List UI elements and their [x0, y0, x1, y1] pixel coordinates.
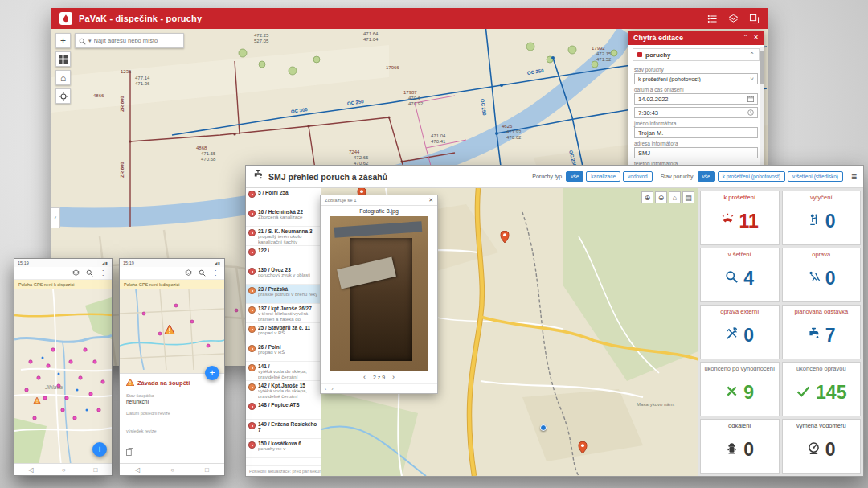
- fault-list-item[interactable]: 23 / Pražskáprasklé potrubí v břehu řeky: [246, 285, 321, 304]
- home-button[interactable]: ○: [170, 466, 174, 474]
- template-icon: [637, 52, 642, 57]
- back-button[interactable]: ◁: [135, 466, 140, 474]
- fault-pin-marker[interactable]: [501, 231, 510, 246]
- informer-address-field[interactable]: [634, 147, 758, 158]
- section-poruchy[interactable]: poruchy ⌃: [633, 48, 760, 61]
- mobile-map[interactable]: Jihlava +: [14, 289, 112, 463]
- close-icon[interactable]: ✕: [428, 197, 433, 203]
- search-caret-icon[interactable]: ▾: [88, 38, 92, 44]
- close-icon[interactable]: ✕: [753, 35, 759, 41]
- fault-list-item[interactable]: 141 /vytéká voda do sklepa, pravidelné č…: [246, 362, 321, 381]
- add-fab-button[interactable]: +: [205, 366, 219, 380]
- home-button[interactable]: ○: [62, 466, 66, 474]
- status-filter-button[interactable]: vše: [698, 171, 715, 182]
- fault-list-item[interactable]: 130 / Úvoz 23poruchový zvuk v oblasti: [246, 265, 321, 285]
- layers-icon[interactable]: [185, 269, 192, 277]
- fault-list-item[interactable]: 150 / kosářkova 6poruchy ne v: [246, 439, 321, 458]
- clock-icon[interactable]: [747, 109, 754, 116]
- overflow-menu-icon[interactable]: ⋮: [212, 269, 219, 277]
- fault-dot-marker[interactable]: [540, 424, 547, 431]
- warning-triangle-marker[interactable]: [34, 392, 41, 407]
- zoom-in-button[interactable]: +: [55, 33, 71, 48]
- fault-id: 16 / Helenínská 22: [258, 209, 303, 215]
- fault-pin-marker[interactable]: [579, 441, 588, 457]
- copy-icon[interactable]: [126, 445, 133, 459]
- fault-desc: propad v RŠ: [258, 330, 285, 335]
- fault-list-item[interactable]: 137 / kpt.Jaroše 26/27v těsné blízkosti …: [246, 304, 321, 323]
- stat-card: vytyčení0: [782, 191, 862, 245]
- survey-icon: [807, 213, 821, 230]
- map-layers-button[interactable]: ▤: [682, 191, 694, 203]
- fault-id: 130 / Úvoz 23: [258, 267, 310, 273]
- menu-icon[interactable]: ≡: [851, 171, 857, 182]
- fault-list-item[interactable]: 26 / Polnípropad v RŠ: [246, 342, 321, 362]
- stat-value: 0: [743, 441, 754, 459]
- dashboard-filters: Poruchy typ všekanalizacevodovod Stav po…: [526, 171, 857, 182]
- fault-list-item[interactable]: 148 / Popice ATS: [246, 400, 321, 420]
- type-filter-button[interactable]: vše: [566, 171, 583, 182]
- field-value: [126, 434, 218, 441]
- informer-name-input[interactable]: [638, 129, 754, 137]
- map-zoom-in-button[interactable]: ⊕: [641, 191, 653, 203]
- home-button[interactable]: ⌂: [55, 70, 71, 85]
- layers-icon[interactable]: [72, 269, 80, 277]
- smart-editor-form: stav poruchy k prošetření (pohotovost) ˅…: [628, 63, 764, 169]
- calendar-icon[interactable]: [747, 96, 754, 102]
- mobile-map[interactable]: [120, 289, 224, 373]
- recents-button[interactable]: □: [205, 466, 209, 474]
- stat-row: 0: [807, 430, 836, 470]
- panel-collapse-arrow[interactable]: ‹: [51, 207, 60, 228]
- date-field[interactable]: [634, 93, 758, 105]
- stat-value: 0: [825, 212, 836, 231]
- search-icon[interactable]: [199, 269, 206, 277]
- recents-button[interactable]: □: [94, 466, 98, 474]
- fault-list-item[interactable]: 21 / S. K. Neumanna 3propadlý terén okol…: [246, 227, 321, 246]
- fault-pin-icon: [248, 326, 256, 333]
- prev-photo-icon[interactable]: ‹: [363, 374, 366, 381]
- search-input[interactable]: [94, 37, 180, 44]
- legend-icon[interactable]: [706, 13, 718, 24]
- fault-list-item[interactable]: 25 / Stavbařů za č. 11propad v RŠ: [246, 323, 321, 342]
- basemap-grid-button[interactable]: [55, 51, 71, 67]
- status-filter-button[interactable]: k prošetření (pohotovost): [718, 171, 785, 182]
- fault-list-item[interactable]: 149 / Evžena Rosického 7: [246, 420, 321, 439]
- date-input[interactable]: [638, 96, 747, 103]
- photo-pit-detail: [350, 238, 411, 362]
- type-filter-button[interactable]: vodovod: [623, 171, 653, 182]
- fault-list-item[interactable]: 16 / Helenínská 22Zborcená kanalizace: [246, 207, 321, 227]
- overflow-menu-icon[interactable]: ⋮: [100, 269, 106, 277]
- back-button[interactable]: ◁: [29, 466, 34, 474]
- chevron-up-icon[interactable]: ⌃: [749, 51, 755, 59]
- add-fab-button[interactable]: +: [92, 442, 107, 457]
- search-box[interactable]: ▾: [75, 33, 184, 48]
- fault-text: 26 / Polnípropad v RŠ: [258, 344, 285, 359]
- layers-icon[interactable]: [727, 13, 739, 24]
- search-icon[interactable]: [86, 269, 93, 277]
- next-photo-icon[interactable]: ›: [392, 374, 395, 381]
- stat-row: 9: [725, 373, 754, 412]
- status-filter-button[interactable]: v šetření (středisko): [788, 171, 843, 182]
- informer-address-input[interactable]: [638, 150, 754, 157]
- stat-label: k prošetření: [723, 195, 755, 202]
- fault-text: 21 / S. K. Neumanna 3propadlý terén okol…: [258, 228, 318, 244]
- prev-attachment-icon[interactable]: ‹: [325, 386, 326, 392]
- informer-name-field[interactable]: [634, 127, 758, 138]
- fault-list-item[interactable]: 142 / Kpt.Jaroše 15vytéká voda do sklepa…: [246, 381, 321, 400]
- fault-list-item[interactable]: 5 / Polní 25a: [246, 188, 321, 207]
- field-label: Datum poslední revize: [126, 411, 218, 416]
- locate-button[interactable]: [55, 88, 71, 104]
- fault-pin-icon: [248, 422, 256, 429]
- time-input[interactable]: [638, 109, 747, 117]
- basemap-icon[interactable]: [748, 13, 760, 24]
- selected-fault-marker[interactable]: [165, 323, 175, 338]
- map-home-button[interactable]: ⌂: [669, 191, 681, 203]
- next-attachment-icon[interactable]: ›: [331, 386, 333, 392]
- map-zoom-out-button[interactable]: ⊖: [655, 191, 667, 203]
- fault-list-item[interactable]: 122 /: [246, 246, 321, 265]
- time-field[interactable]: [634, 107, 758, 118]
- fault-id: 137 / kpt.Jaroše 26/27: [258, 306, 318, 311]
- collapse-icon[interactable]: ⌃: [743, 35, 749, 41]
- type-filter-button[interactable]: kanalizace: [586, 171, 620, 182]
- dashboard-header: SMJ přehled poruch a zásahů Poruchy typ …: [246, 166, 863, 188]
- status-select[interactable]: k prošetření (pohotovost) ˅: [634, 73, 758, 84]
